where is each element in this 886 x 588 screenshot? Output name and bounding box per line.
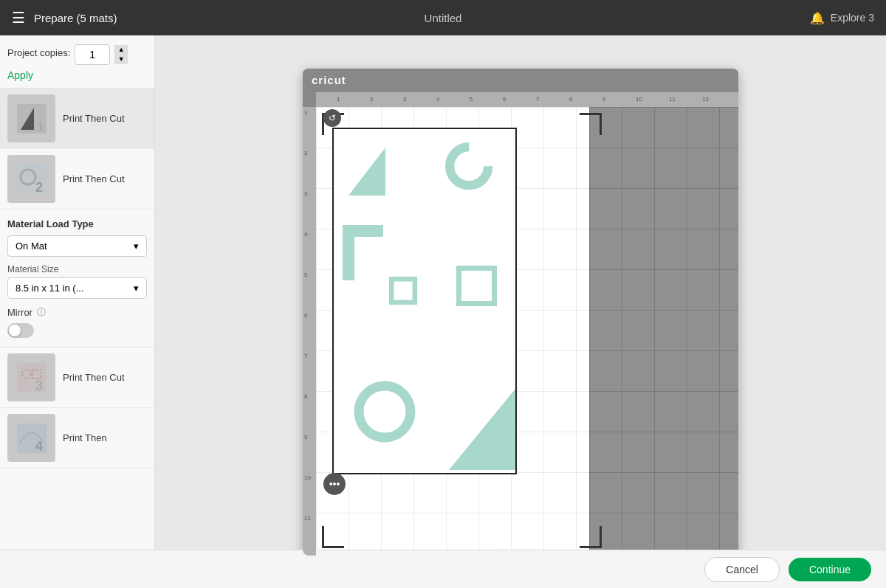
main-canvas-area: cricut 1 2 3 4 5 6 7 8 9 10 11 12 1 2 bbox=[155, 35, 886, 588]
mirror-label: Mirror bbox=[7, 307, 32, 318]
ruler-left-num-4: 4 bbox=[304, 231, 307, 238]
mirror-row: Mirror ⓘ bbox=[7, 306, 147, 319]
ruler-num-9: 9 bbox=[602, 96, 605, 103]
mat-header-strip: cricut bbox=[303, 69, 738, 92]
apply-button[interactable]: Apply bbox=[7, 69, 33, 81]
bottom-action-bar: Cancel Continue bbox=[0, 550, 886, 588]
mat-thumb-inner-2: 2 bbox=[7, 155, 55, 203]
material-load-section: Material Load Type On Mat ▾ Material Siz… bbox=[0, 210, 154, 347]
svg-marker-18 bbox=[449, 389, 515, 470]
ruler-left-num-8: 8 bbox=[304, 393, 307, 400]
copies-input[interactable] bbox=[75, 44, 110, 65]
material-size-value: 8.5 in x 11 in (... bbox=[16, 283, 84, 294]
svg-text:3: 3 bbox=[35, 378, 43, 393]
mat-item-3[interactable]: 3 Print Then Cut bbox=[0, 347, 154, 408]
page-title: Prepare (5 mats) bbox=[34, 12, 117, 24]
ruler-left-num-7: 7 bbox=[304, 353, 307, 359]
ruler-left: 1 2 3 4 5 6 7 8 9 10 11 12 bbox=[303, 107, 316, 556]
more-options-button[interactable]: ••• bbox=[323, 473, 346, 495]
ruler-num-2: 2 bbox=[370, 96, 373, 103]
mat-item-4[interactable]: 4 Print Then bbox=[0, 408, 154, 468]
ruler-num-11: 11 bbox=[669, 96, 676, 103]
svg-rect-14 bbox=[343, 225, 354, 280]
mat-label-4: Print Then bbox=[63, 432, 107, 443]
shape-blob bbox=[449, 389, 515, 473]
machine-label: Explore 3 bbox=[831, 12, 874, 24]
material-load-dropdown[interactable]: On Mat ▾ bbox=[7, 235, 147, 257]
svg-rect-16 bbox=[458, 267, 495, 305]
svg-text:4: 4 bbox=[35, 439, 43, 454]
ruler-left-num-10: 10 bbox=[304, 474, 311, 481]
mat-label-2: Print Then Cut bbox=[63, 173, 125, 184]
rotate-handle[interactable]: ↺ bbox=[323, 109, 341, 127]
ruler-num-7: 7 bbox=[536, 96, 539, 103]
mirror-toggle[interactable] bbox=[7, 323, 34, 338]
chevron-down-icon-size: ▾ bbox=[134, 283, 139, 294]
shape-square-1 bbox=[389, 277, 417, 308]
app-layout: Project copies: ▲ ▼ Apply 1 bbox=[0, 35, 886, 588]
ruler-left-num-5: 5 bbox=[304, 271, 307, 278]
shape-l bbox=[343, 225, 383, 283]
header: ☰ Prepare (5 mats) Untitled 🔔 Explore 3 bbox=[0, 0, 886, 35]
mat-canvas[interactable]: cricut 1 2 3 4 5 6 7 8 9 10 11 12 1 2 bbox=[303, 69, 738, 556]
mat-thumb-inner-4: 4 bbox=[7, 414, 55, 462]
ruler-num-3: 3 bbox=[403, 96, 406, 103]
copies-up-button[interactable]: ▲ bbox=[114, 45, 128, 55]
shape-square-2 bbox=[456, 266, 497, 309]
mat-thumbnail-2: 2 bbox=[7, 155, 55, 203]
ruler-num-4: 4 bbox=[436, 96, 439, 103]
mat-thumbnail-4: 4 bbox=[7, 414, 55, 462]
mat-item-2[interactable]: 2 Print Then Cut bbox=[0, 149, 154, 210]
ruler-num-12: 12 bbox=[702, 96, 709, 103]
material-size-label: Material Size bbox=[7, 264, 147, 274]
ruler-num-6: 6 bbox=[503, 96, 506, 103]
ruler-left-num-9: 9 bbox=[304, 434, 307, 440]
mat-thumbnail-3: 3 bbox=[7, 353, 55, 401]
continue-button[interactable]: Continue bbox=[789, 558, 871, 581]
svg-marker-12 bbox=[348, 148, 385, 196]
shape-arc bbox=[434, 142, 504, 193]
ruler-num-1: 1 bbox=[337, 96, 340, 103]
document-title: Untitled bbox=[425, 12, 462, 24]
copies-section: Project copies: ▲ ▼ Apply bbox=[0, 35, 154, 89]
mat-item-1[interactable]: 1 Print Then Cut bbox=[0, 89, 154, 149]
info-icon[interactable]: ⓘ bbox=[37, 306, 46, 319]
menu-icon[interactable]: ☰ bbox=[12, 9, 25, 27]
svg-rect-15 bbox=[391, 278, 416, 303]
cricut-logo: cricut bbox=[312, 74, 346, 86]
mat-thumb-inner-1: 1 bbox=[7, 94, 55, 142]
cancel-button[interactable]: Cancel bbox=[704, 557, 780, 582]
corner-mark-bottom-right bbox=[580, 526, 602, 548]
chevron-down-icon: ▾ bbox=[134, 241, 139, 252]
copies-down-button[interactable]: ▼ bbox=[114, 55, 128, 64]
mat-thumbnail-1: 1 bbox=[7, 94, 55, 142]
mat-label-3: Print Then Cut bbox=[63, 372, 125, 383]
notification-icon[interactable]: 🔔 bbox=[810, 11, 825, 25]
corner-mark-top-right bbox=[580, 113, 602, 135]
shape-arrow bbox=[345, 148, 385, 198]
mat-thumb-inner-3: 3 bbox=[7, 353, 55, 401]
ruler-left-num-11: 11 bbox=[304, 515, 311, 522]
header-right: 🔔 Explore 3 bbox=[810, 11, 874, 25]
svg-point-17 bbox=[359, 386, 411, 437]
ruler-left-num-1: 1 bbox=[304, 109, 307, 116]
copies-label: Project copies: bbox=[7, 47, 70, 58]
toggle-knob bbox=[9, 325, 21, 336]
copies-spinner: ▲ ▼ bbox=[114, 45, 128, 64]
ruler-num-10: 10 bbox=[636, 96, 642, 103]
ruler-left-num-3: 3 bbox=[304, 190, 307, 197]
svg-text:2: 2 bbox=[35, 180, 43, 195]
mat-label-1: Print Then Cut bbox=[63, 113, 125, 124]
corner-mark-bottom-left bbox=[322, 526, 344, 548]
ruler-num-5: 5 bbox=[470, 96, 473, 103]
shape-circle bbox=[352, 379, 417, 447]
material-size-dropdown[interactable]: 8.5 in x 11 in (... ▾ bbox=[7, 277, 147, 299]
material-load-title: Material Load Type bbox=[7, 218, 147, 229]
mat-grey-area bbox=[589, 107, 738, 556]
svg-text:1: 1 bbox=[37, 120, 44, 134]
ruler-left-num-6: 6 bbox=[304, 312, 307, 319]
ruler-left-num-2: 2 bbox=[304, 150, 307, 156]
ruler-num-8: 8 bbox=[569, 96, 572, 103]
design-area[interactable] bbox=[332, 128, 517, 474]
sidebar: Project copies: ▲ ▼ Apply 1 bbox=[0, 35, 155, 588]
